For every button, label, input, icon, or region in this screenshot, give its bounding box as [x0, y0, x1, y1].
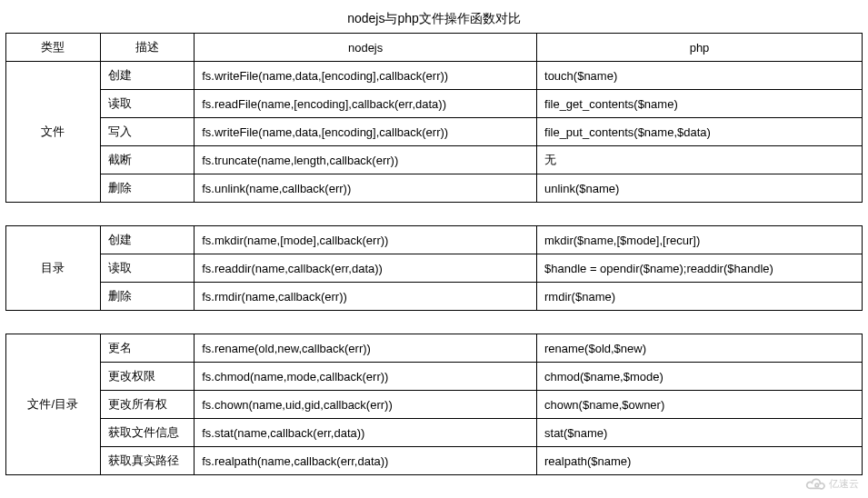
cell-php: touch($name) — [537, 62, 863, 90]
cell-desc: 创建 — [100, 62, 195, 90]
table-row: 目录创建fs.mkdir(name,[mode],callback(err))m… — [6, 226, 863, 254]
table-row: 获取真实路径fs.realpath(name,callback(err,data… — [6, 447, 863, 475]
cell-php: file_put_contents($name,$data) — [537, 118, 863, 146]
comparison-table: nodejs与php文件操作函数对比类型描述nodejsphp文件创建fs.wr… — [5, 5, 863, 475]
cell-nodejs: fs.writeFile(name,data,[encoding],callba… — [195, 62, 537, 90]
cell-nodejs: fs.readdir(name,callback(err,data)) — [195, 254, 537, 283]
cell-php: realpath($name) — [537, 447, 863, 475]
cell-desc: 删除 — [100, 283, 195, 311]
cell-nodejs: fs.chown(name,uid,gid,callback(err)) — [195, 391, 537, 419]
table-row: 更改权限fs.chmod(name,mode,callback(err))chm… — [6, 363, 863, 391]
header-type: 类型 — [6, 34, 101, 62]
cell-desc: 读取 — [100, 90, 195, 118]
table-row: 获取文件信息fs.stat(name,callback(err,data))st… — [6, 419, 863, 447]
cell-php: chown($name,$owner) — [537, 391, 863, 419]
cell-nodejs: fs.realpath(name,callback(err,data)) — [195, 447, 537, 475]
cell-desc: 获取真实路径 — [100, 447, 195, 475]
table-row: 删除fs.rmdir(name,callback(err))rmdir($nam… — [6, 283, 863, 311]
cell-desc: 删除 — [100, 174, 195, 203]
table-row: 读取fs.readdir(name,callback(err,data))$ha… — [6, 254, 863, 283]
spacer-row — [6, 311, 863, 334]
cell-php: stat($name) — [537, 419, 863, 447]
table-row: 写入fs.writeFile(name,data,[encoding],call… — [6, 118, 863, 146]
cell-desc: 更改权限 — [100, 363, 195, 391]
cell-php: rmdir($name) — [537, 283, 863, 311]
table-title: nodejs与php文件操作函数对比 — [6, 5, 863, 34]
cell-desc: 创建 — [100, 226, 195, 254]
cell-desc: 读取 — [100, 254, 195, 283]
cell-nodejs: fs.writeFile(name,data,[encoding],callba… — [195, 118, 537, 146]
header-desc: 描述 — [100, 34, 195, 62]
header-php: php — [537, 34, 863, 62]
header-nodejs: nodejs — [195, 34, 537, 62]
cell-desc: 获取文件信息 — [100, 419, 195, 447]
table-row: 读取fs.readFile(name,[encoding],callback(e… — [6, 90, 863, 118]
cell-desc: 写入 — [100, 118, 195, 146]
cell-nodejs: fs.truncate(name,length,callback(err)) — [195, 146, 537, 174]
type-cell: 文件 — [6, 62, 101, 203]
type-cell: 目录 — [6, 226, 101, 311]
table-row: 文件创建fs.writeFile(name,data,[encoding],ca… — [6, 62, 863, 90]
table-row: 截断fs.truncate(name,length,callback(err))… — [6, 146, 863, 174]
cell-desc: 截断 — [100, 146, 195, 174]
cell-php: file_get_contents($name) — [537, 90, 863, 118]
cell-nodejs: fs.readFile(name,[encoding],callback(err… — [195, 90, 537, 118]
spacer-row — [6, 203, 863, 226]
cell-desc: 更名 — [100, 334, 195, 363]
cell-php: $handle = opendir($name);readdir($handle… — [537, 254, 863, 283]
cloud-icon — [805, 478, 825, 491]
cell-nodejs: fs.stat(name,callback(err,data)) — [195, 419, 537, 447]
cell-nodejs: fs.unlink(name,callback(err)) — [195, 174, 537, 203]
watermark: 亿速云 — [805, 477, 859, 491]
cell-nodejs: fs.mkdir(name,[mode],callback(err)) — [195, 226, 537, 254]
table-row: 更改所有权fs.chown(name,uid,gid,callback(err)… — [6, 391, 863, 419]
table-row: 文件/目录更名fs.rename(old,new,callback(err))r… — [6, 334, 863, 363]
cell-nodejs: fs.rmdir(name,callback(err)) — [195, 283, 537, 311]
watermark-text: 亿速云 — [829, 477, 859, 491]
cell-php: mkdir($name,[$mode],[recur]) — [537, 226, 863, 254]
cell-php: chmod($name,$mode) — [537, 363, 863, 391]
cell-nodejs: fs.chmod(name,mode,callback(err)) — [195, 363, 537, 391]
type-cell: 文件/目录 — [6, 334, 101, 475]
table-row: 删除fs.unlink(name,callback(err))unlink($n… — [6, 174, 863, 203]
svg-point-0 — [815, 483, 819, 487]
cell-nodejs: fs.rename(old,new,callback(err)) — [195, 334, 537, 363]
cell-php: rename($old,$new) — [537, 334, 863, 363]
cell-php: 无 — [537, 146, 863, 174]
cell-php: unlink($name) — [537, 174, 863, 203]
cell-desc: 更改所有权 — [100, 391, 195, 419]
